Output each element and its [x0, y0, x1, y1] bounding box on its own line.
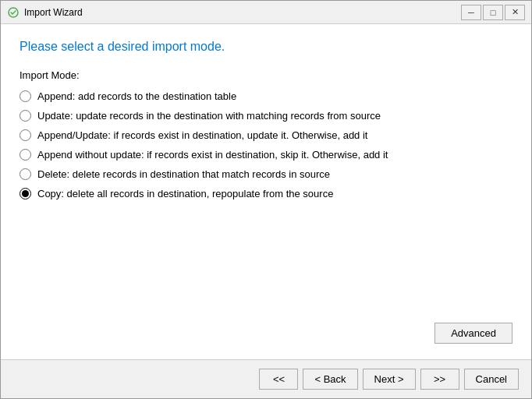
radio-label-1: Append: add records to the destination t…	[37, 90, 236, 102]
window-title: Import Wizard	[24, 7, 461, 18]
import-wizard-window: Import Wizard ─ □ ✕ Please select a desi…	[0, 0, 532, 399]
maximize-button[interactable]: □	[483, 5, 503, 20]
back-button[interactable]: < Back	[303, 369, 357, 390]
footer-bar: << < Back Next > >> Cancel	[1, 359, 531, 398]
radio-input-3[interactable]	[20, 129, 31, 141]
radio-label-3: Append/Update: if records exist in desti…	[37, 129, 367, 141]
radio-label-5: Delete: delete records in destination th…	[37, 168, 330, 180]
radio-input-4[interactable]	[20, 149, 31, 161]
radio-item-6[interactable]: Copy: delete all records in destination,…	[20, 188, 512, 200]
close-button[interactable]: ✕	[505, 5, 525, 20]
title-bar: Import Wizard ─ □ ✕	[1, 1, 531, 24]
content-area: Please select a desired import mode. Imp…	[1, 24, 531, 359]
radio-input-2[interactable]	[20, 110, 31, 122]
window-controls: ─ □ ✕	[461, 5, 525, 20]
radio-input-6[interactable]	[20, 188, 31, 200]
minimize-button[interactable]: ─	[461, 5, 481, 20]
next-button[interactable]: Next >	[363, 369, 416, 390]
radio-input-1[interactable]	[20, 90, 31, 102]
radio-input-5[interactable]	[20, 168, 31, 180]
cancel-button[interactable]: Cancel	[464, 369, 519, 390]
window-icon	[7, 6, 20, 19]
last-button[interactable]: >>	[420, 369, 459, 390]
radio-item-4[interactable]: Append without update: if records exist …	[20, 149, 512, 161]
first-button[interactable]: <<	[259, 369, 298, 390]
radio-label-2: Update: update records in the destinatio…	[37, 110, 381, 122]
radio-label-6: Copy: delete all records in destination,…	[37, 188, 333, 200]
radio-item-1[interactable]: Append: add records to the destination t…	[20, 90, 512, 102]
radio-item-3[interactable]: Append/Update: if records exist in desti…	[20, 129, 512, 141]
section-label: Import Mode:	[20, 69, 512, 81]
advanced-area: Advanced	[20, 323, 512, 351]
page-heading: Please select a desired import mode.	[20, 40, 512, 54]
advanced-button[interactable]: Advanced	[434, 323, 512, 344]
radio-item-5[interactable]: Delete: delete records in destination th…	[20, 168, 512, 180]
radio-item-2[interactable]: Update: update records in the destinatio…	[20, 110, 512, 122]
import-mode-radio-group: Append: add records to the destination t…	[20, 90, 512, 200]
radio-label-4: Append without update: if records exist …	[37, 149, 388, 161]
